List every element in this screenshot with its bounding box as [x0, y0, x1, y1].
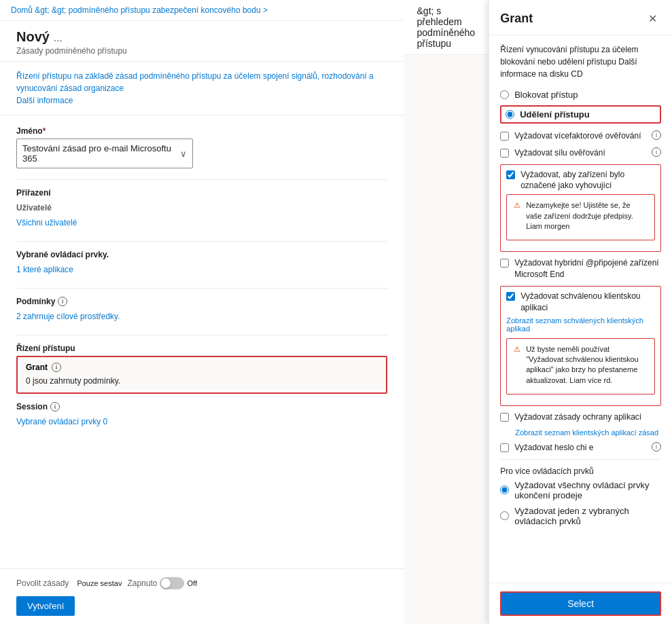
toggle-track[interactable]: Pouze sestav Zapnuto Off — [77, 577, 197, 589]
name-label: Jméno — [16, 126, 387, 136]
create-button[interactable]: Vytvoření — [16, 596, 75, 616]
drawer-footer: Select — [489, 583, 672, 624]
users-label: Uživatelé — [16, 200, 387, 215]
multiple-controls: Pro více ovládacích prvků Vyžadovat všec… — [500, 466, 661, 526]
approved-app-option[interactable]: Vyžadovat schválenou klientskou aplikaci — [506, 291, 655, 314]
name-input[interactable]: Testování zásad pro e-mail Microsoftu 36… — [16, 139, 193, 168]
mfa-option[interactable]: Vyžadovat vícefaktorové ověřování i — [500, 130, 661, 142]
session-info-icon[interactable]: i — [50, 402, 60, 411]
center-top-bar: &gt; s přehledem podmíněného přístupu — [404, 0, 489, 55]
compliant-device-option[interactable]: Vyžadovat, aby zařízení bylo označené ja… — [506, 169, 655, 192]
toggle-knob — [161, 579, 171, 588]
hybrid-device-option[interactable]: Vyžadovat hybridní @připojené zařízení M… — [500, 257, 661, 280]
name-section: Jméno Testování zásad pro e-mail Microso… — [16, 126, 387, 168]
access-control-section: Řízení přístupu Grant i 0 jsou zahrnuty … — [16, 344, 387, 429]
require-one-option[interactable]: Vyžadovat jeden z vybraných ovládacích p… — [500, 506, 661, 526]
conditions-label: Podmínky i — [16, 297, 387, 306]
grant-label: Grant i — [26, 363, 378, 372]
assignment-section: Přiřazení Uživatelé Všichni uživatelé — [16, 188, 387, 230]
close-button[interactable]: ✕ — [644, 11, 661, 26]
breadcrumb: Domů &gt; &gt; podmíněného přístupu zabe… — [0, 0, 404, 21]
policy-label: Povolit zásady — [16, 579, 69, 588]
grant-access-box: Udělení přístupu — [500, 105, 661, 124]
compliant-device-box: Vyžadovat, aby zařízení bylo označené ja… — [500, 164, 661, 253]
top-description: Řízení přístupu na základě zásad podmíně… — [0, 62, 404, 115]
drawer-title: Grant — [500, 12, 533, 26]
session-label: Session i — [16, 402, 387, 411]
footer-bar: Povolit zásady Pouze sestav Zapnuto Off … — [0, 568, 404, 624]
session-section: Session i Vybrané ovládací prvky 0 — [16, 402, 387, 429]
grant-drawer: Grant ✕ Řízení vynucování přístupu za úč… — [489, 0, 672, 624]
assignment-label: Přiřazení — [16, 188, 387, 198]
mfa-info-icon[interactable]: i — [652, 130, 661, 140]
app-policy-option[interactable]: Vyžadovat zásady ochrany aplikací — [500, 411, 661, 423]
grant-box: Grant i 0 jsou zahrnuty podmínky. — [16, 356, 387, 394]
page-subtitle: Zásady podmíněného přístupu — [16, 46, 387, 56]
warning-icon: ⚠ — [514, 200, 520, 210]
auth-info-icon[interactable]: i — [652, 147, 661, 157]
policy-toggle: Povolit zásady Pouze sestav Zapnuto Off — [16, 577, 387, 589]
center-area: &gt; s přehledem podmíněného přístupu — [404, 0, 489, 624]
chevron-down-icon: ∨ — [180, 149, 187, 159]
block-access-option[interactable]: Blokovat přístup — [500, 90, 661, 100]
select-button[interactable]: Select — [500, 591, 661, 616]
auth-strength-option[interactable]: Vyžadovat sílu ověřování i — [500, 147, 661, 159]
app-policy-link[interactable]: Zobrazit seznam klientských aplikací zás… — [515, 428, 661, 437]
session-value[interactable]: Vybrané ovládací prvky 0 — [16, 414, 387, 429]
controls-value[interactable]: 1 které aplikace — [16, 262, 387, 277]
drawer-body: Řízení vynucování přístupu za účelem blo… — [489, 35, 672, 583]
conditions-section: Podmínky i 2 zahrnuje cílové prostředky. — [16, 297, 387, 324]
page-title: Nový ... — [16, 29, 387, 45]
conditions-info-icon[interactable]: i — [58, 297, 67, 306]
approved-app-warning: ⚠ Už byste neměli používat "Vyžadovat sc… — [506, 338, 655, 395]
password-option[interactable]: Vyžadovat heslo chi e i — [500, 442, 661, 454]
form-body: Jméno Testování zásad pro e-mail Microso… — [0, 115, 404, 568]
approved-app-link[interactable]: Zobrazit seznam schválených klientských … — [506, 316, 655, 333]
grant-info-icon[interactable]: i — [52, 363, 61, 372]
users-value[interactable]: Všichni uživatelé — [16, 215, 387, 230]
password-info-icon[interactable]: i — [652, 442, 661, 452]
drawer-description: Řízení vynucování přístupu za účelem blo… — [500, 43, 661, 80]
toggle-switch[interactable] — [160, 577, 184, 589]
approved-warning-icon: ⚠ — [514, 344, 520, 354]
controls-section: Vybrané ovládací prvky. 1 které aplikace — [16, 250, 387, 277]
page-header: Nový ... Zásady podmíněného přístupu — [0, 21, 404, 62]
require-all-option[interactable]: Vyžadovat všechny ovládací prvky ukončen… — [500, 480, 661, 500]
controls-label: Vybrané ovládací prvky. — [16, 250, 387, 259]
left-panel: Domů &gt; &gt; podmíněného přístupu zabe… — [0, 0, 404, 624]
compliant-warning: ⚠ Nezamykejte se! Ujistěte se, že vaše z… — [506, 194, 655, 240]
multiple-controls-title: Pro více ovládacích prvků — [500, 466, 661, 476]
approved-app-box: Vyžadovat schválenou klientskou aplikaci… — [500, 286, 661, 406]
description-link[interactable]: Další informace — [16, 96, 73, 105]
conditions-value[interactable]: 2 zahrnuje cílové prostředky. — [16, 309, 387, 324]
grant-access-option[interactable]: Udělení přístupu — [506, 109, 656, 120]
drawer-header: Grant ✕ — [489, 0, 672, 35]
access-control-label: Řízení přístupu — [16, 344, 387, 353]
grant-value: 0 jsou zahrnuty podmínky. — [26, 375, 378, 387]
